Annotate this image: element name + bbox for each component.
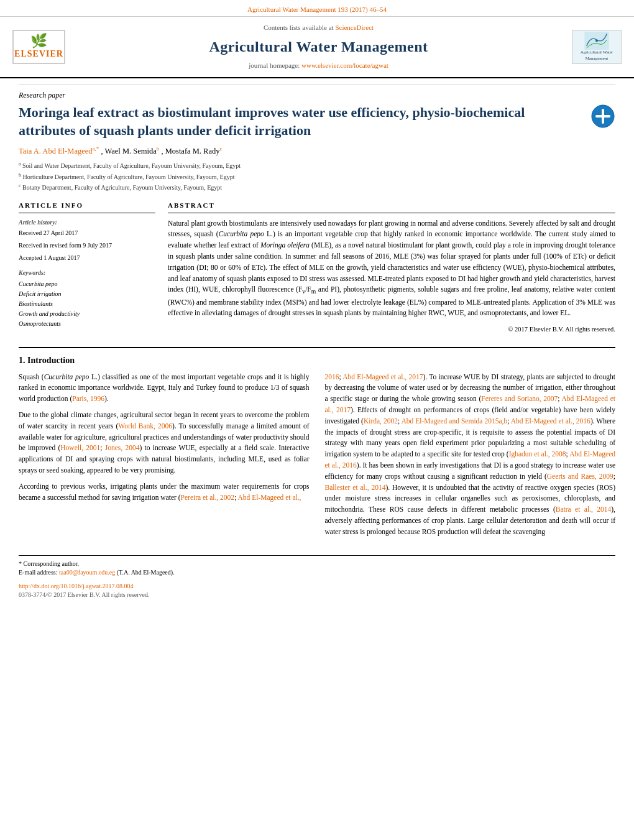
journal-title-section: Contents lists available at ScienceDirec… (65, 23, 572, 70)
keyword-1: Cucurbita pepo (19, 279, 155, 289)
crossmark-icon (590, 104, 615, 129)
journal-homepage: journal homepage: www.elsevier.com/locat… (65, 61, 572, 70)
abstract-text: Natural plant growth biostimulants are i… (168, 218, 615, 320)
journal-title: Agricultural Water Management (65, 37, 572, 58)
content-available-text: Contents lists available at ScienceDirec… (65, 23, 572, 32)
abd-el-mageed-2017-link[interactable]: Abd El-Mageed et al., 2017 (325, 395, 615, 413)
svg-point-1 (595, 39, 598, 42)
jones-2004-link[interactable]: Jones, 2004 (105, 444, 140, 451)
article-info-column: ARTICLE INFO Article history: Received 2… (19, 201, 155, 335)
paper-type-label: Research paper (19, 85, 615, 101)
sciencedirect-link[interactable]: ScienceDirect (335, 24, 374, 31)
author-a-link[interactable]: Taia A. Abd El-Mageeda,* (19, 147, 101, 155)
issn-text: 0378-3774/© 2017 Elsevier B.V. All right… (19, 591, 149, 598)
main-content: Research paper Moringa leaf extract as b… (0, 78, 634, 612)
intro-body: Squash (Cucurbita pepo L.) classified as… (19, 372, 615, 543)
title-row: Moringa leaf extract as biostimulant imp… (19, 104, 615, 139)
ref-2017-link[interactable]: Abd El-Mageed et al., 2017 (342, 373, 423, 381)
intro-para-1: Squash (Cucurbita pepo L.) classified as… (19, 372, 310, 405)
received-date: Received 27 April 2017 (19, 229, 155, 238)
journal-reference: Agricultural Water Management 193 (2017)… (247, 6, 387, 13)
corresponding-author-note: * Corresponding author. (19, 560, 615, 568)
affiliation-b: b Horticulture Department, Faculty of Ag… (19, 172, 615, 182)
email-note: E-mail address: taa00@fayoum.edu.eg (T.A… (19, 568, 615, 577)
elsevier-logo: 🌿 ELSEVIER (12, 30, 65, 64)
journal-homepage-link[interactable]: www.elsevier.com/locate/agwat (301, 62, 388, 69)
paper-title: Moringa leaf extract as biostimulant imp… (19, 104, 584, 139)
doi-link[interactable]: http://dx.doi.org/10.1016/j.agwat.2017.0… (19, 583, 134, 589)
crossmark-badge (590, 104, 615, 129)
journal-logo: Agricultural Water Management (572, 30, 622, 64)
fereres-link[interactable]: Fereres and Soriano, 2007 (481, 395, 558, 402)
batra-link[interactable]: Batra et al., 2014 (556, 505, 612, 513)
journal-reference-bar: Agricultural Water Management 193 (2017)… (0, 0, 634, 17)
article-info-header: ARTICLE INFO (19, 201, 155, 213)
ref-2016-link[interactable]: 2016 (325, 373, 339, 381)
keyword-2: Deficit irrigation (19, 289, 155, 299)
keyword-5: Osmoprotectants (19, 319, 155, 329)
intro-para-2: Due to the global climate changes, agric… (19, 410, 310, 476)
authors-line: Taia A. Abd El-Mageeda,* , Wael M. Semid… (19, 145, 615, 157)
author-c-link[interactable]: c (220, 147, 223, 155)
elsevier-brand: ELSEVIER (14, 48, 63, 60)
world-bank-link[interactable]: World Bank, 2006 (118, 422, 172, 430)
accepted-date: Accepted 1 August 2017 (19, 254, 155, 262)
affiliation-c: c Botany Department, Faculty of Agricult… (19, 182, 615, 192)
keyword-3: Biostimulants (19, 299, 155, 309)
abstract-column: ABSTRACT Natural plant growth biostimula… (168, 201, 615, 335)
igbadun-link[interactable]: Igbadun et al., 2008 (509, 450, 566, 458)
intro-para-3: According to previous works, irrigating … (19, 481, 310, 504)
footnote-section: * Corresponding author. E-mail address: … (19, 555, 615, 577)
elsevier-tree-icon: 🌿 (30, 34, 47, 48)
keywords-label: Keywords: (19, 269, 155, 277)
revised-date: Received in revised form 9 July 2017 (19, 241, 155, 250)
kirda-link[interactable]: Kirda, 2002 (364, 417, 398, 425)
abd-el-mageed-2016b-link[interactable]: Abd El-Mageed et al., 2016 (325, 450, 615, 469)
affiliations: a Soil and Water Department, Faculty of … (19, 160, 615, 192)
pereira-link[interactable]: Pereira et al., 2002 (181, 494, 235, 501)
journal-logo-image (578, 32, 615, 50)
intro-left-column: Squash (Cucurbita pepo L.) classified as… (19, 372, 310, 543)
paris-1996-link[interactable]: Paris, 1996 (72, 395, 104, 402)
affiliation-a: a Soil and Water Department, Faculty of … (19, 160, 615, 170)
author-b-link[interactable]: b (157, 147, 160, 155)
abd-el-mageed-semida-link[interactable]: Abd El-Mageed and Semida 2015a,b (401, 417, 507, 425)
ballester-link[interactable]: Ballester et al., 2014 (325, 484, 386, 491)
intro-para-4: 2016; Abd El-Mageed et al., 2017). To in… (325, 372, 616, 538)
article-info-abstract-section: ARTICLE INFO Article history: Received 2… (19, 201, 615, 335)
howell-2001-link[interactable]: Howell, 2001 (60, 444, 100, 451)
journal-logo-label: Agricultural Water Management (574, 50, 620, 62)
intro-title: 1. Introduction (19, 354, 615, 367)
keyword-4: Growth and productivity (19, 309, 155, 319)
doi-section: http://dx.doi.org/10.1016/j.agwat.2017.0… (19, 582, 615, 599)
geerts-link[interactable]: Geerts and Raes, 2009 (547, 473, 613, 480)
email-link[interactable]: taa00@fayoum.edu.eg (59, 569, 115, 576)
introduction-section: 1. Introduction Squash (Cucurbita pepo L… (19, 347, 615, 543)
abstract-header: ABSTRACT (168, 201, 615, 213)
copyright-text: © 2017 Elsevier B.V. All rights reserved… (168, 325, 615, 335)
history-label: Article history: (19, 218, 155, 227)
abd-el-mageed-link[interactable]: Abd El-Mageed et al., (238, 494, 301, 501)
journal-header: 🌿 ELSEVIER Contents lists available at S… (0, 17, 634, 78)
intro-right-column: 2016; Abd El-Mageed et al., 2017). To in… (325, 372, 616, 543)
abd-el-mageed-2016-link[interactable]: Abd El-Mageed et al., 2016 (511, 417, 590, 425)
